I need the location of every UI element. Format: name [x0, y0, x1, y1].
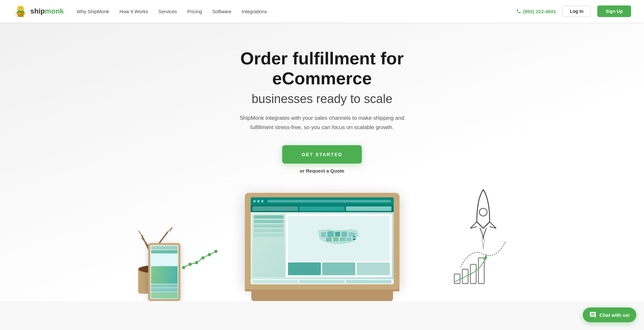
svg-point-13 [201, 256, 205, 259]
svg-rect-22 [333, 237, 338, 241]
svg-point-2 [18, 5, 23, 11]
svg-rect-17 [327, 231, 334, 237]
nav-software[interactable]: Software [212, 9, 231, 14]
nav-services[interactable]: Services [159, 9, 177, 14]
hero-subheadline: businesses ready to scale [209, 92, 435, 106]
logo-icon [13, 4, 28, 19]
svg-rect-30 [454, 274, 460, 284]
svg-rect-25 [353, 231, 355, 232]
nav-pricing[interactable]: Pricing [187, 9, 202, 14]
linechart-decoration [180, 248, 219, 275]
nav-links: Why ShipMonk How It Works Services Prici… [77, 9, 516, 14]
svg-rect-32 [470, 264, 476, 284]
hero-headline: Order fulfillment for eCommerce [209, 48, 435, 88]
svg-point-34 [485, 256, 487, 259]
svg-rect-27 [353, 236, 355, 238]
svg-rect-26 [353, 233, 355, 235]
laptop-mockup [245, 193, 399, 301]
svg-point-10 [182, 266, 185, 269]
phone-icon [516, 9, 521, 14]
request-quote-link[interactable]: or Request a Quote [209, 168, 435, 174]
svg-rect-19 [341, 232, 347, 237]
navbar-right: (855) 222-4601 Log In Sign Up [516, 5, 631, 17]
hero-text: Order fulfillment for eCommerce business… [209, 48, 435, 190]
svg-point-3 [19, 7, 20, 8]
svg-rect-28 [353, 239, 355, 240]
logo-link[interactable]: shipmonk [13, 4, 64, 19]
svg-point-15 [214, 250, 217, 253]
svg-point-12 [195, 261, 198, 264]
svg-rect-6 [18, 13, 20, 15]
growth-chart-decoration [451, 248, 490, 288]
navbar: shipmonk Why ShipMonk How It Works Servi… [0, 0, 644, 23]
svg-rect-16 [321, 232, 326, 237]
hero-description: ShipMonk integrates with your sales chan… [229, 114, 416, 132]
hero-section: Order fulfillment for eCommerce business… [0, 23, 644, 301]
nav-how[interactable]: How It Works [120, 9, 148, 14]
phone-link[interactable]: (855) 222-4601 [516, 9, 556, 14]
svg-rect-24 [346, 238, 351, 241]
logo-text: shipmonk [30, 7, 64, 15]
svg-rect-18 [335, 232, 340, 236]
nav-why[interactable]: Why ShipMonk [77, 9, 109, 14]
signup-button[interactable]: Sign Up [597, 5, 631, 17]
login-button[interactable]: Log In [562, 6, 591, 17]
svg-point-14 [208, 253, 211, 256]
nav-integrations[interactable]: Integrations [242, 9, 267, 14]
hero-illustration [161, 193, 483, 301]
svg-point-4 [21, 7, 22, 8]
svg-rect-21 [326, 238, 332, 242]
get-started-button[interactable]: GET STARTED [282, 145, 362, 164]
svg-point-11 [188, 263, 192, 266]
svg-point-29 [479, 208, 487, 216]
phone-mockup [148, 243, 180, 301]
svg-rect-20 [349, 232, 353, 237]
svg-rect-23 [340, 237, 345, 241]
